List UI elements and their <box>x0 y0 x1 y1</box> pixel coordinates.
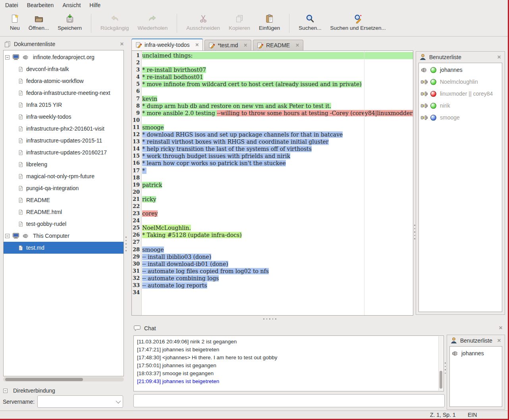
chat-user-list: johannes <box>449 346 502 407</box>
tree-item[interactable]: infra-weekly-todos <box>4 111 123 123</box>
editor-lines[interactable]: unclaimed things:* re-install bvirthost0… <box>142 51 413 315</box>
chat-message: [17:48:30] <johannes> Hi there. I am her… <box>137 354 435 362</box>
toolbar-cut-button: Ausschneiden <box>182 12 224 32</box>
close-icon[interactable]: ✕ <box>497 338 501 343</box>
toolbar-new-button[interactable]: Neu <box>6 12 24 32</box>
scrollbar-thumb[interactable] <box>440 371 442 389</box>
editor-line: patrick <box>142 181 413 189</box>
close-icon[interactable]: ✕ <box>244 42 248 48</box>
tree-item-label: pungi4-qa-integration <box>26 185 79 191</box>
text-segment: corey <box>142 210 158 217</box>
text-editor[interactable]: 1234567891011121314151617181920212223242… <box>131 50 413 316</box>
tree-item[interactable]: devconf-infra-talk <box>4 63 123 75</box>
servername-combo[interactable] <box>37 395 123 408</box>
chat-vscrollbar[interactable] <box>438 336 443 391</box>
expander-icon[interactable] <box>5 234 10 238</box>
menu-item-datei[interactable]: Datei <box>1 0 23 10</box>
toolbar-find-button[interactable]: Suchen... <box>294 12 326 32</box>
direct-connection-expander-row[interactable]: Direktverbindung <box>3 387 55 394</box>
tree-item-label: fedora-infrastructure-meeting-next <box>26 90 110 96</box>
horizontal-paned-grip[interactable] <box>263 318 278 320</box>
tree-item-label: This Computer <box>33 233 69 239</box>
editor-line: * re-install bvirthost07 <box>142 66 413 73</box>
toolbar-button-label: Ausschneiden <box>186 25 220 31</box>
toolbar-replace-button[interactable]: Suchen und Ersetzen... <box>326 12 390 32</box>
plug-disconnected-icon <box>421 91 428 97</box>
editor-line: * Taking #5128 (update infra-docs) <box>142 231 413 239</box>
editor-line: -- automate log files copied from log02 … <box>142 268 413 275</box>
user-status-icon <box>430 115 436 121</box>
tree-item[interactable]: README.html <box>4 206 123 218</box>
document-tree-hscrollbar[interactable] <box>3 377 124 381</box>
person-icon <box>450 337 457 344</box>
user-list-item[interactable]: linuxmoder || corey84 <box>419 88 502 100</box>
left-paned-grip[interactable] <box>125 237 127 254</box>
toolbar-paste-button[interactable]: Einfügen <box>254 12 284 32</box>
document-tree: infinote.fedoraproject.orgdevconf-infra-… <box>3 50 124 376</box>
user-name: johannes <box>461 350 484 356</box>
close-icon[interactable]: ✕ <box>499 326 503 330</box>
menu-item-ansicht[interactable]: Ansicht <box>58 0 85 10</box>
editor-line: * learn how copr works so patrick isn't … <box>142 160 413 167</box>
editor-line: -- install download-ib01 (done) <box>142 260 413 268</box>
toolbar-button-label: Rückgängig <box>100 25 129 31</box>
tree-item[interactable]: pungi4-qa-integration <box>4 182 123 194</box>
tree-item-label: infrastructure-updates-2015-11 <box>26 137 102 144</box>
user-list-item[interactable]: nirik <box>419 100 502 112</box>
tree-item-label: infrastructure-phx2-201601-visit <box>26 125 104 132</box>
user-list-item[interactable]: johannes <box>419 64 502 76</box>
toolbar: NeuÖffnen...SpeichernRückgängigWiederhol… <box>0 10 509 37</box>
menu-item-bearbeiten[interactable]: Bearbeiten <box>23 0 58 10</box>
close-icon[interactable]: ✕ <box>195 42 199 48</box>
chat-user-list-header: Benutzerliste ✕ <box>447 335 505 345</box>
tree-item[interactable]: infrastructure-updates-20160217 <box>4 146 123 158</box>
editor-line: * work through budget issues with pfriel… <box>142 152 413 160</box>
chat-input[interactable] <box>134 395 444 407</box>
toolbar-save-button[interactable]: Speichern <box>53 12 86 32</box>
tree-item-label: README <box>26 197 50 203</box>
chat-user-list-item[interactable]: johannes <box>450 348 502 358</box>
chat-message: [11.03.2016 20:49:06] nirik 2 ist gegang… <box>137 338 435 346</box>
chat-message-area[interactable]: [11.03.2016 20:49:06] nirik 2 ist gegang… <box>133 335 444 391</box>
plug-disconnected-icon <box>421 79 428 85</box>
tab-infra-weekly-todos[interactable]: infra-weekly-todos✕ <box>131 39 203 50</box>
tree-item[interactable]: test-gobby-rudel <box>4 218 123 230</box>
toolbar-button-label: Öffnen... <box>29 25 49 31</box>
tree-item[interactable]: magical-not-only-rpm-future <box>4 170 123 182</box>
expander-icon[interactable] <box>3 389 8 393</box>
tree-item[interactable]: README <box>4 194 123 206</box>
text-segment: -- automate log files copied from log02 … <box>142 268 269 274</box>
tab-label: README <box>266 42 290 48</box>
editor-line: * re-install bodhost01 <box>142 73 413 81</box>
close-icon[interactable]: ✕ <box>120 42 124 46</box>
tree-item-label: README.html <box>26 209 62 215</box>
servername-input[interactable] <box>38 396 116 407</box>
chevron-down-icon[interactable] <box>116 399 121 404</box>
tree-item[interactable]: infrastructure-updates-2015-11 <box>4 135 123 146</box>
tree-item[interactable]: fedora-infrastructure-meeting-next <box>4 87 123 99</box>
user-list-item[interactable]: smooge <box>419 112 502 123</box>
close-icon[interactable]: ✕ <box>497 55 501 60</box>
expander-icon[interactable] <box>5 55 10 60</box>
toolbar-button-label: Neu <box>10 25 20 31</box>
line-number: 19 <box>132 181 141 189</box>
tree-item[interactable]: libreleng <box>4 158 123 170</box>
tree-item[interactable]: infrastructure-phx2-201601-visit <box>4 123 123 135</box>
line-number: 20 <box>132 189 141 196</box>
tree-item[interactable]: Infra 2015 YIR <box>4 99 123 111</box>
tree-item[interactable]: This Computer <box>4 230 123 242</box>
chat-userlist-paned-grip[interactable] <box>445 362 446 376</box>
tree-item[interactable]: infinote.fedoraproject.org <box>4 51 123 63</box>
toolbar-open-button[interactable]: Öffnen... <box>24 12 54 32</box>
document-icon <box>18 138 23 144</box>
tree-item[interactable]: fedora-atomic-workflow <box>4 75 123 87</box>
close-icon[interactable]: ✕ <box>295 42 299 48</box>
tab-README[interactable]: README✕ <box>253 40 303 50</box>
scrollbar-thumb[interactable] <box>5 378 83 381</box>
user-list-item[interactable]: Noelmcloughlin <box>419 76 502 88</box>
editor-userlist-paned-grip[interactable] <box>414 225 415 242</box>
menu-item-hilfe[interactable]: Hilfe <box>85 0 105 10</box>
chat-message: [21:09:43] johannes ist beigetreten <box>137 378 435 385</box>
tree-item[interactable]: test.md <box>4 242 123 254</box>
tab--test-md[interactable]: *test.md✕ <box>204 40 251 50</box>
